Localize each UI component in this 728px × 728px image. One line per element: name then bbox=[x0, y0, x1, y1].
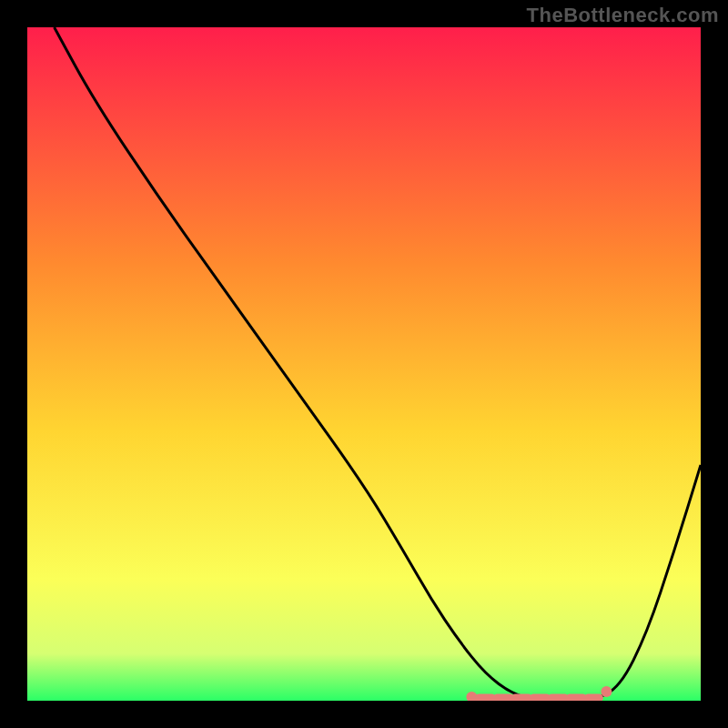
range-cap-right bbox=[601, 686, 612, 697]
chart-frame: TheBottleneck.com bbox=[0, 0, 728, 728]
chart-svg bbox=[27, 27, 701, 701]
watermark-text: TheBottleneck.com bbox=[527, 4, 719, 27]
gradient-background bbox=[27, 27, 701, 701]
plot-area bbox=[27, 27, 701, 701]
